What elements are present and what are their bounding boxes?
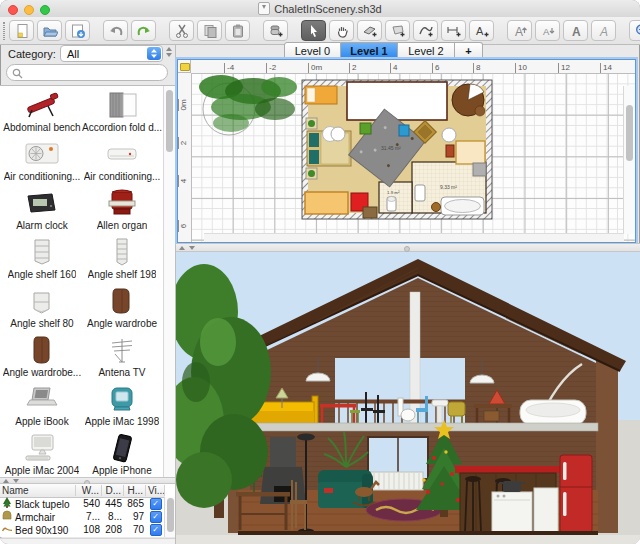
add-text-icon: A [474, 23, 490, 39]
catalog-item[interactable]: Angle shelf 198 [82, 235, 162, 284]
plan-indicator-icon [180, 63, 190, 71]
new-document-icon [14, 23, 30, 39]
title-bar: ChaletInScenery.sh3d [0, 0, 640, 18]
house-base [238, 531, 598, 535]
catalog-item[interactable]: Apple iBook [2, 382, 82, 431]
3d-view[interactable] [176, 252, 640, 544]
visible-checkbox[interactable]: ✓ [150, 511, 162, 523]
col-name[interactable]: Name [0, 485, 76, 496]
open-button[interactable] [37, 20, 62, 41]
create-rooms-button[interactable] [385, 20, 410, 41]
toolbar-drag-handle[interactable] [3, 22, 5, 40]
table-row[interactable]: Black tupelo 540 445 865 ✓ [0, 497, 165, 510]
plan-canvas[interactable]: 31.45 m² 9.33 m² 1.9 m² [191, 73, 635, 242]
plan-horizontal-scrollbar[interactable] [204, 233, 624, 242]
table-scrollbar[interactable] [164, 497, 175, 537]
catalog-item[interactable]: Air conditioning... [2, 137, 82, 186]
plan-scrollbar-thumb[interactable] [626, 105, 633, 161]
enlarge-text-button[interactable]: A [507, 20, 532, 41]
add-level-tab[interactable]: + [455, 42, 483, 59]
svg-text:9.33 m²: 9.33 m² [440, 184, 457, 190]
select-stepper-icon [147, 47, 161, 60]
catalog-item[interactable]: Abdominal bench [2, 88, 82, 137]
zoom-in-button[interactable] [629, 20, 640, 41]
redo-button[interactable] [131, 20, 156, 41]
catalog-scrollbar-thumb[interactable] [166, 90, 173, 152]
collapse-up-icon [166, 47, 172, 51]
catalog-item[interactable]: Alarm clock [2, 186, 82, 235]
catalog-item[interactable]: Apple iPhone [82, 431, 162, 479]
splitter-down-icon[interactable] [13, 479, 19, 483]
new-document-button[interactable] [9, 20, 34, 41]
category-select[interactable]: All [60, 45, 163, 62]
search-icon [12, 68, 23, 79]
add-furniture-button[interactable] [263, 20, 288, 41]
catalog-table-splitter[interactable] [0, 477, 175, 484]
copy-button[interactable] [197, 20, 222, 41]
table-row[interactable]: Armchair 7... 8... 97 ✓ [0, 510, 165, 523]
collapse-down-icon [166, 53, 172, 57]
search-field[interactable] [6, 64, 168, 81]
catalog-item[interactable]: Allen organ [82, 186, 162, 235]
table-row[interactable]: Bed 90x190 108 208 70 ✓ [0, 523, 165, 536]
laptop-icon [20, 384, 64, 414]
app-window: ChaletInScenery.sh3d A [0, 0, 640, 544]
splitter-up-icon[interactable] [3, 479, 9, 483]
furniture-catalog: Abdominal bench Accordion fold d... Air … [0, 85, 175, 479]
catalog-item[interactable]: Accordion fold d... [82, 88, 162, 137]
undo-button[interactable] [103, 20, 128, 41]
create-polylines-button[interactable] [413, 20, 438, 41]
category-label: Category: [8, 48, 56, 60]
italic-button[interactable]: A [591, 20, 616, 41]
reduce-text-button[interactable]: A [535, 20, 560, 41]
floor-slab [238, 423, 598, 431]
create-dimensions-button[interactable] [441, 20, 466, 41]
bold-icon: A [568, 23, 584, 39]
catalog-item[interactable]: Apple iMac 1998 [82, 382, 162, 431]
add-text-button[interactable]: A [469, 20, 494, 41]
create-walls-button[interactable] [357, 20, 382, 41]
pane-collapse-arrows[interactable] [166, 45, 174, 61]
col-height[interactable]: H... [124, 485, 146, 496]
catalog-item[interactable]: Angle shelf 80 [2, 284, 82, 333]
tree-icon [2, 497, 13, 510]
catalog-item[interactable]: Angle shelf 160 [2, 235, 82, 284]
bold-button[interactable]: A [563, 20, 588, 41]
plan-piano [452, 84, 485, 116]
catalog-item[interactable]: Antena TV [82, 333, 162, 382]
table-scrollbar-thumb[interactable] [167, 498, 174, 532]
tab-level-0[interactable]: Level 0 [284, 42, 341, 59]
paste-button[interactable] [225, 20, 250, 41]
plan-3d-splitter[interactable] [176, 243, 640, 252]
category-value: All [67, 48, 79, 60]
catalog-item[interactable]: Air conditioning... [82, 137, 162, 186]
plan-ruler-vertical: 0m 2 4 6 [178, 73, 192, 242]
plan-house[interactable]: 31.45 m² 9.33 m² 1.9 m² [302, 80, 492, 219]
catalog-item[interactable]: Angle wardrobe... [2, 333, 82, 382]
furniture-list-header[interactable]: Name W... D... H... Vi... [0, 484, 165, 498]
plan-scrollbar[interactable] [623, 86, 635, 234]
save-button[interactable] [65, 20, 90, 41]
visible-checkbox[interactable]: ✓ [150, 498, 162, 510]
col-visible[interactable]: Vi... [146, 485, 165, 496]
cut-button[interactable] [169, 20, 194, 41]
col-depth[interactable]: D... [102, 485, 124, 496]
create-dimensions-icon [446, 23, 462, 39]
tab-level-2[interactable]: Level 2 [398, 42, 455, 59]
alarm-clock-icon [20, 188, 64, 218]
catalog-item[interactable]: Apple iMac 2004 [2, 431, 82, 479]
visible-checkbox[interactable]: ✓ [150, 524, 162, 536]
catalog-scrollbar[interactable] [163, 86, 175, 478]
add-furniture-icon [268, 23, 284, 39]
tab-level-1[interactable]: Level 1 [341, 42, 398, 59]
table-horizontal-scrollbar[interactable] [0, 538, 175, 544]
col-width[interactable]: W... [76, 485, 102, 496]
pan-tool-button[interactable] [329, 20, 354, 41]
plan-view[interactable]: -4 -2 0m 2 4 6 8 10 12 14 0m 2 4 6 [177, 59, 636, 243]
splitter-down-icon[interactable] [189, 246, 195, 250]
bed-icon [2, 523, 13, 536]
select-tool-button[interactable] [301, 20, 326, 41]
catalog-item[interactable]: Angle wardrobe [82, 284, 162, 333]
svg-text:1.9 m²: 1.9 m² [387, 190, 400, 195]
splitter-up-icon[interactable] [179, 246, 185, 250]
